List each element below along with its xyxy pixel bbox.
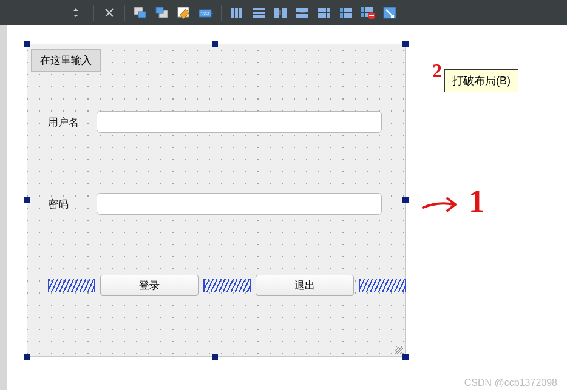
selection-handle[interactable] [402,354,409,360]
svg-rect-31 [361,13,364,17]
svg-rect-10 [253,8,265,10]
close-icon[interactable] [99,2,120,23]
reorder-icon[interactable] [68,2,89,23]
password-label: 密码 [48,197,97,211]
svg-text:123: 123 [200,10,209,16]
svg-rect-8 [235,8,238,18]
annotation-marker-1: 1 [469,183,484,219]
svg-rect-18 [300,12,305,13]
svg-rect-16 [296,8,308,12]
svg-rect-7 [231,8,234,18]
svg-rect-1 [138,12,146,18]
selection-handle[interactable] [212,41,218,47]
svg-rect-15 [279,10,281,15]
left-ruler [0,25,7,390]
edit-tab-icon[interactable] [174,2,194,23]
tooltip: 打破布局(B) [444,69,518,92]
toolbar-separator [93,5,94,21]
svg-rect-19 [318,8,322,12]
tab-label: 在这里输入 [40,55,92,66]
layout-grid-icon[interactable] [314,2,334,23]
annotation-arrow-icon [420,192,463,219]
selection-handle[interactable] [24,354,30,360]
selection-handle[interactable] [24,41,30,47]
svg-rect-3 [156,7,163,13]
svg-rect-25 [340,8,343,12]
adjust-size-icon[interactable] [379,2,400,23]
tab-header[interactable]: 在这里输入 [31,49,101,72]
spacer-spring[interactable] [203,279,251,292]
svg-rect-11 [253,12,265,14]
spacer-spring[interactable] [48,279,95,292]
exit-button[interactable]: 退出 [256,275,354,296]
password-input[interactable] [97,193,382,215]
layout-form-icon[interactable] [336,2,356,23]
selection-handle[interactable] [402,41,409,47]
toolbar: 123 [0,0,567,25]
username-input[interactable] [97,111,382,133]
login-button[interactable]: 登录 [100,275,199,296]
svg-rect-28 [344,13,352,18]
username-row: 用户名 [48,111,382,133]
edit-buddy-icon[interactable]: 123 [195,2,216,23]
selection-handle[interactable] [24,197,30,203]
toolbar-separator [124,5,125,21]
edit-widgets-icon[interactable] [130,2,151,23]
toolbar-separator [221,5,222,21]
username-label: 用户名 [48,115,97,129]
svg-rect-13 [274,8,279,18]
svg-rect-27 [340,13,343,18]
svg-rect-14 [282,8,287,18]
layout-vsplitter-icon[interactable] [292,2,313,23]
break-layout-icon[interactable] [358,2,378,23]
annotation-marker-2: 2 [432,59,442,82]
selection-handle[interactable] [212,354,218,360]
svg-rect-17 [296,14,308,18]
svg-rect-23 [322,13,326,18]
svg-rect-9 [239,8,242,18]
svg-rect-12 [253,15,265,18]
layout-vertical-icon[interactable] [248,2,269,23]
svg-rect-24 [327,13,330,18]
svg-rect-29 [361,7,364,12]
layout-horizontal-icon[interactable] [226,2,247,23]
send-back-icon[interactable] [152,2,172,23]
resize-grip-icon[interactable] [395,346,403,354]
svg-rect-34 [369,15,374,16]
design-canvas: 在这里输入 用户名 密码 登录 退出 打破布局(B) 2 1 [7,25,567,392]
svg-rect-22 [318,13,322,18]
svg-rect-26 [344,8,352,12]
layout-hsplitter-icon[interactable] [270,2,291,23]
watermark: CSDN @ccb1372098 [464,377,557,388]
form-widget[interactable]: 在这里输入 用户名 密码 登录 退出 [27,44,406,357]
svg-rect-21 [327,8,330,12]
svg-rect-20 [322,8,326,12]
password-row: 密码 [48,193,382,215]
tooltip-text: 打破布局(B) [452,75,511,87]
svg-rect-30 [365,7,373,12]
button-row: 登录 退出 [48,275,406,296]
spacer-spring[interactable] [359,279,406,292]
selection-handle[interactable] [402,197,409,203]
